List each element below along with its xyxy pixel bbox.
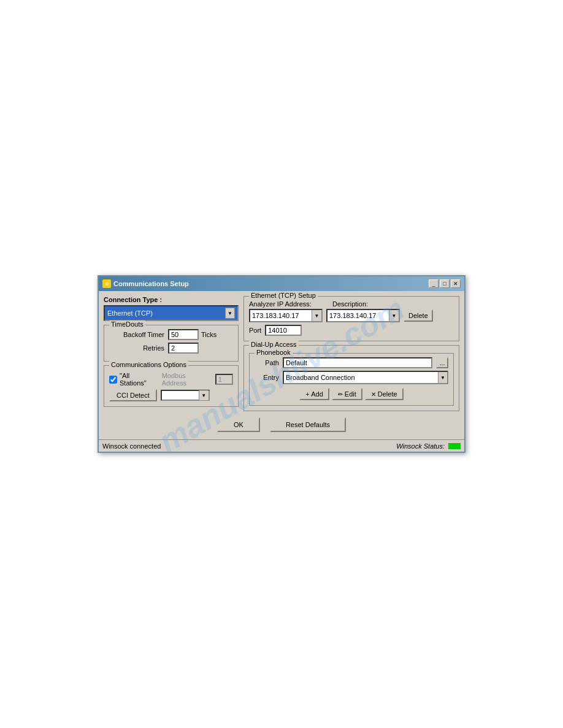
add-icon: + <box>305 391 309 398</box>
entry-dropdown-arrow[interactable]: ▼ <box>438 372 447 383</box>
connection-type-label: Connection Type : <box>104 296 239 303</box>
ethernet-delete-button[interactable]: Delete <box>404 309 433 322</box>
port-label: Port <box>249 327 261 334</box>
cci-detect-row: CCI Detect ▼ <box>109 389 233 401</box>
connection-type-arrow[interactable]: ▼ <box>225 308 235 319</box>
minimize-button[interactable]: _ <box>429 279 439 288</box>
edit-icon: ✏ <box>338 391 343 398</box>
winsock-status-indicator <box>448 443 461 449</box>
ip-dropdown-arrow[interactable]: ▼ <box>312 310 321 321</box>
dialog-window: ⚙ Communications Setup _ □ ✕ Connection … <box>98 275 465 453</box>
entry-row: Entry ▼ <box>255 371 448 384</box>
description-dropdown-arrow[interactable]: ▼ <box>389 310 399 321</box>
title-bar-left: ⚙ Communications Setup <box>102 279 189 288</box>
dialup-title: Dial-Up Access <box>249 341 299 348</box>
backoff-timer-label: Backoff Timer <box>109 331 164 338</box>
ip-description-row: ▼ ▼ Delete <box>249 309 454 322</box>
description-dropdown[interactable]: ▼ <box>326 309 400 322</box>
app-icon: ⚙ <box>102 279 111 288</box>
cci-detect-button[interactable]: CCI Detect <box>109 389 157 401</box>
browse-button[interactable]: ... <box>436 357 448 368</box>
path-label: Path <box>255 359 279 366</box>
dialup-group: Dial-Up Access Phonebook Path ... Entry <box>243 345 459 411</box>
delete-icon: ✕ <box>371 391 376 398</box>
port-input[interactable] <box>265 325 302 336</box>
ip-input[interactable] <box>250 311 312 320</box>
comms-options-title: Communications Options <box>109 361 188 368</box>
backoff-timer-input[interactable] <box>168 329 199 340</box>
entry-label: Entry <box>255 374 279 381</box>
add-button[interactable]: + Add <box>299 388 329 400</box>
ethernet-col-headers: Analyzer IP Address: Description: <box>249 300 454 308</box>
port-row: Port <box>249 325 454 336</box>
left-panel: Connection Type : Ethernet (TCP) ▼ TimeD… <box>104 296 239 411</box>
ok-button[interactable]: OK <box>217 417 260 432</box>
phonebook-title: Phonebook <box>255 349 293 356</box>
retries-row: Retries <box>109 343 233 354</box>
close-button[interactable]: ✕ <box>451 279 461 288</box>
connection-type-value: Ethernet (TCP) <box>107 309 153 317</box>
modbus-address-label: Modbus Address <box>162 372 210 387</box>
description-header: Description: <box>332 300 368 308</box>
cci-detect-dropdown[interactable]: ▼ <box>161 390 210 401</box>
backoff-timer-row: Backoff Timer Ticks <box>109 329 233 340</box>
add-label: Add <box>311 390 323 398</box>
edit-label: Edit <box>345 390 356 398</box>
bottom-buttons: OK Reset Defaults <box>104 417 459 434</box>
comms-options-group: Communications Options "All Stations" Mo… <box>104 365 239 407</box>
path-row: Path ... <box>255 357 448 368</box>
phonebook-group: Phonebook Path ... Entry ▼ <box>249 353 454 406</box>
cci-detect-arrow[interactable]: ▼ <box>199 390 209 400</box>
entry-input[interactable] <box>284 373 438 382</box>
status-left-text: Winsock connected <box>102 442 161 450</box>
restore-button[interactable]: □ <box>440 279 450 288</box>
winsock-status-label: Winsock Status: <box>396 442 445 450</box>
dialog-content: Connection Type : Ethernet (TCP) ▼ TimeD… <box>104 296 459 411</box>
all-stations-row: "All Stations" Modbus Address 1 <box>109 372 233 387</box>
title-buttons: _ □ ✕ <box>429 279 461 288</box>
status-right: Winsock Status: <box>396 442 461 450</box>
edit-button[interactable]: ✏ Edit <box>332 388 362 400</box>
backoff-timer-units: Ticks <box>201 331 216 338</box>
delete-button[interactable]: ✕ Delete <box>365 388 404 400</box>
reset-defaults-button[interactable]: Reset Defaults <box>270 417 346 432</box>
description-input[interactable] <box>327 311 389 320</box>
ip-dropdown[interactable]: ▼ <box>249 309 323 322</box>
status-bar: Winsock connected Winsock Status: <box>99 439 464 452</box>
all-stations-label: "All Stations" <box>120 372 157 387</box>
dialog-body: Connection Type : Ethernet (TCP) ▼ TimeD… <box>99 291 464 439</box>
path-input[interactable] <box>283 357 432 368</box>
entry-dropdown[interactable]: ▼ <box>283 371 448 384</box>
connection-type-dropdown[interactable]: Ethernet (TCP) ▼ <box>104 305 239 321</box>
all-stations-checkbox[interactable] <box>109 376 117 384</box>
phonebook-buttons: + Add ✏ Edit ✕ Delete <box>255 388 448 400</box>
timeouts-group: TimeDouts Backoff Timer Ticks Retries <box>104 325 239 362</box>
cci-detect-value <box>162 395 199 396</box>
delete-label: Delete <box>378 390 397 398</box>
ethernet-title: Ethernet (TCP) Setup <box>249 292 318 299</box>
title-bar: ⚙ Communications Setup _ □ ✕ <box>99 276 464 291</box>
timeouts-title: TimeDouts <box>109 320 145 328</box>
retries-label: Retries <box>109 344 164 352</box>
ip-address-header: Analyzer IP Address: <box>249 300 329 308</box>
modbus-address-value: 1 <box>215 374 233 385</box>
dialog-title: Communications Setup <box>113 280 189 287</box>
right-panel: Ethernet (TCP) Setup Analyzer IP Address… <box>243 296 459 411</box>
retries-input[interactable] <box>168 343 199 354</box>
ethernet-group: Ethernet (TCP) Setup Analyzer IP Address… <box>243 296 459 341</box>
